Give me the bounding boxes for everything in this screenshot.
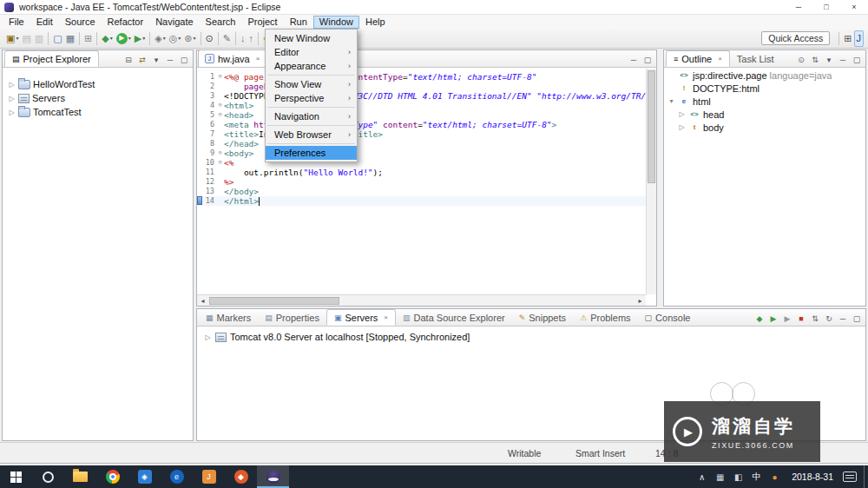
minimize-button[interactable]: ─	[785, 0, 812, 14]
web-service-icon[interactable]: ◎▾	[168, 30, 183, 47]
expander-icon[interactable]: ▷	[204, 333, 212, 341]
expander-icon[interactable]: ▾	[667, 97, 675, 105]
expander-icon[interactable]: ▷	[8, 95, 16, 102]
vertical-scrollbar[interactable]	[646, 69, 656, 294]
mark-occurrences-icon[interactable]: ✎	[221, 30, 233, 47]
menu-file[interactable]: File	[3, 16, 30, 29]
view-menu-icon[interactable]: ▾	[149, 53, 163, 67]
outline-item-body[interactable]: ▷tbody	[664, 121, 865, 134]
tab-outline[interactable]: ≡ Outline ×	[666, 50, 730, 67]
scrollbar-thumb[interactable]	[209, 297, 339, 305]
menu-navigate[interactable]: Navigate	[149, 16, 199, 29]
expander-icon[interactable]: ▷	[678, 110, 686, 118]
build-icon[interactable]: ⊞	[82, 30, 94, 47]
expander-icon[interactable]: ▷	[678, 123, 686, 131]
horizontal-scrollbar[interactable]: ◂ ▸	[197, 294, 646, 306]
menu-item-editor[interactable]: Editor›	[266, 45, 357, 59]
menu-project[interactable]: Project	[241, 16, 283, 29]
menu-window[interactable]: Window	[313, 16, 359, 29]
tray-icon-1[interactable]: ▦	[711, 472, 729, 482]
tray-icon-2[interactable]: ◧	[729, 472, 747, 482]
menu-help[interactable]: Help	[359, 16, 391, 29]
minimize-icon[interactable]: ─	[163, 53, 177, 67]
expander-icon[interactable]: ▷	[8, 109, 16, 116]
external-tools-icon[interactable]: ▶▾	[133, 30, 147, 47]
outline-item-doctype-html[interactable]: !DOCTYPE:html	[664, 82, 865, 95]
collapse-all-icon[interactable]: ⊟	[122, 53, 135, 67]
open-perspective-icon[interactable]: ⊞	[842, 30, 853, 47]
menu-item-preferences[interactable]: Preferences	[266, 146, 357, 160]
javaee-perspective-icon[interactable]: J	[854, 30, 865, 47]
tree-item-servers[interactable]: ▷Servers	[3, 91, 193, 105]
start-button[interactable]	[0, 465, 32, 488]
quick-access-button[interactable]: Quick Access	[761, 31, 830, 45]
tree-item-hellowordtest[interactable]: ▷HelloWordTest	[3, 77, 193, 91]
menu-item-new-window[interactable]: New Window	[266, 31, 357, 45]
tab-console[interactable]: ▢Console	[638, 309, 698, 326]
debug-icon[interactable]: ◆▾	[100, 30, 114, 47]
profile-server-icon[interactable]: ▶	[780, 312, 794, 326]
new-wizard-icon[interactable]: ▣▾	[4, 30, 20, 47]
menu-item-navigation[interactable]: Navigation›	[266, 109, 357, 123]
outline-item-html[interactable]: ▾ehtml	[664, 95, 865, 108]
tab-properties[interactable]: ▤Properties	[258, 309, 326, 326]
menu-refactor[interactable]: Refactor	[102, 16, 150, 29]
minimize-icon[interactable]: ─	[836, 312, 850, 326]
maximize-button[interactable]: □	[812, 0, 840, 14]
close-icon[interactable]: ×	[256, 55, 260, 63]
run-icon[interactable]: ▶▾	[115, 30, 133, 47]
tab-task-list[interactable]: Task List	[730, 50, 781, 67]
code-line[interactable]: 13</body>	[197, 187, 646, 196]
menu-item-appearance[interactable]: Appearance›	[266, 59, 357, 73]
tab-problems[interactable]: ⚠Problems	[573, 309, 638, 326]
tree-item-tomcattest[interactable]: ▷TomcatTest	[3, 105, 193, 119]
print-icon[interactable]: ▦	[64, 30, 76, 47]
chevron-up-icon[interactable]: ∧	[693, 472, 711, 482]
app-orange-circle-icon[interactable]: ◆	[225, 465, 257, 488]
save-all-icon[interactable]: ▥	[33, 30, 45, 47]
tab-project-explorer[interactable]: ▤ Project Explorer	[4, 50, 99, 67]
tab-data-source-explorer[interactable]: ▥Data Source Explorer	[396, 309, 512, 326]
maximize-icon[interactable]: ▢	[641, 53, 654, 67]
publish-server-icon[interactable]: ⇅	[808, 312, 822, 326]
menu-item-show-view[interactable]: Show View›	[266, 77, 357, 91]
code-line[interactable]: 11 out.println("Hello World!");	[197, 168, 646, 177]
minimize-icon[interactable]: ─	[836, 53, 850, 67]
start-server-icon[interactable]: ▶	[766, 312, 780, 326]
console-icon[interactable]: ▢	[51, 30, 63, 47]
outline-item-head[interactable]: ▷<>head	[664, 108, 865, 121]
debug-server-icon[interactable]: ◆	[753, 312, 766, 326]
link-with-editor-icon[interactable]: ⇄	[135, 53, 149, 67]
chrome-icon[interactable]	[96, 465, 128, 488]
search-icon[interactable]: ⊙	[204, 30, 215, 47]
code-line[interactable]: 12%>	[197, 177, 646, 187]
cortana-icon[interactable]	[32, 465, 64, 488]
tray-app-icon[interactable]: ●	[766, 472, 784, 482]
outline-item-jsp-directive-page[interactable]: <>jsp:directive.page language=java	[664, 69, 865, 82]
prev-annotation-icon[interactable]: ↑	[247, 30, 256, 47]
stop-server-icon[interactable]: ■	[794, 312, 808, 326]
minimize-icon[interactable]: ─	[627, 53, 641, 67]
maximize-icon[interactable]: ▢	[850, 312, 864, 326]
java-app-icon[interactable]: J	[193, 465, 225, 488]
menu-search[interactable]: Search	[200, 16, 242, 29]
action-center-icon[interactable]	[843, 472, 857, 482]
close-button[interactable]: ×	[840, 0, 868, 14]
menu-item-web-browser[interactable]: Web Browser›	[266, 128, 357, 142]
maximize-icon[interactable]: ▢	[177, 53, 191, 67]
maximize-icon[interactable]: ▢	[850, 53, 864, 67]
close-icon[interactable]: ×	[384, 313, 388, 321]
scroll-left-icon[interactable]: ◂	[197, 297, 208, 305]
save-icon[interactable]: ▤	[20, 30, 32, 47]
menu-source[interactable]: Source	[59, 16, 102, 29]
new-servlet-icon[interactable]: ◈▾	[153, 30, 167, 47]
clean-server-icon[interactable]: ↻	[822, 312, 836, 326]
file-explorer-icon[interactable]	[64, 465, 96, 488]
view-menu-icon[interactable]: ▾	[822, 53, 836, 67]
taskbar-date[interactable]: 2018-8-31	[784, 472, 841, 482]
expander-icon[interactable]: ▷	[8, 81, 16, 89]
tab-servers[interactable]: ▣Servers×	[326, 309, 396, 326]
menu-run[interactable]: Run	[284, 16, 313, 29]
scroll-right-icon[interactable]: ▸	[635, 297, 646, 305]
java-ee-resource-icon[interactable]: ⊛▾	[182, 30, 197, 47]
